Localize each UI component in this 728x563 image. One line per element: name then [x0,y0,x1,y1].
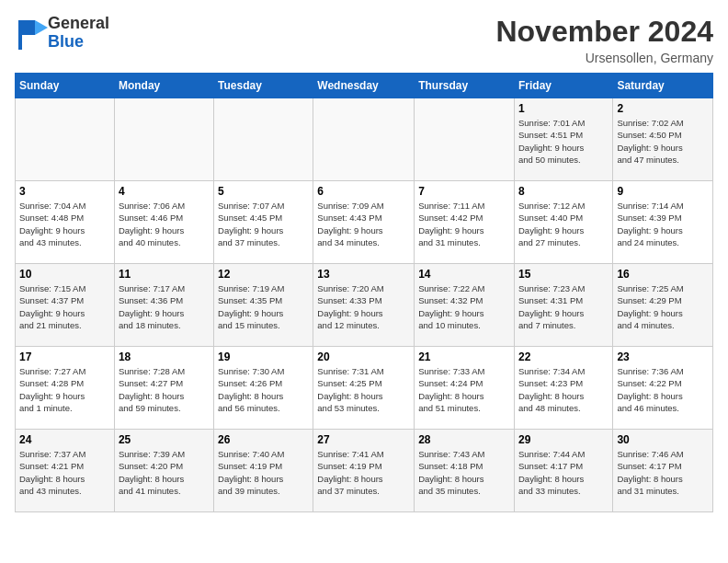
day-info: Sunrise: 7:12 AM Sunset: 4:40 PM Dayligh… [518,200,609,248]
calendar-cell: 9Sunrise: 7:14 AM Sunset: 4:39 PM Daylig… [613,181,713,264]
day-number: 23 [617,350,709,363]
day-info: Sunrise: 7:34 AM Sunset: 4:23 PM Dayligh… [518,365,609,414]
day-number: 16 [617,268,709,281]
day-number: 22 [518,350,609,363]
day-info: Sunrise: 7:44 AM Sunset: 4:17 PM Dayligh… [518,448,609,497]
day-info: Sunrise: 7:01 AM Sunset: 4:51 PM Dayligh… [518,117,609,166]
day-info: Sunrise: 7:23 AM Sunset: 4:31 PM Dayligh… [518,282,609,331]
day-number: 1 [518,102,609,115]
day-number: 7 [418,185,510,198]
calendar-cell: 5Sunrise: 7:07 AM Sunset: 4:45 PM Daylig… [214,181,313,264]
calendar-cell: 18Sunrise: 7:28 AM Sunset: 4:27 PM Dayli… [114,347,213,430]
day-number: 21 [418,350,510,363]
column-header-sunday: Sunday [16,74,115,98]
calendar-cell [16,98,115,181]
location: Ursensollen, Germany [495,51,713,65]
calendar-cell: 10Sunrise: 7:15 AM Sunset: 4:37 PM Dayli… [16,264,115,347]
day-number: 2 [617,102,709,115]
day-number: 26 [218,433,309,446]
calendar-cell: 30Sunrise: 7:46 AM Sunset: 4:17 PM Dayli… [613,430,713,512]
column-header-tuesday: Tuesday [214,74,313,98]
calendar-cell [313,98,415,181]
logo-blue: Blue [48,32,84,51]
calendar-cell [415,98,515,181]
day-info: Sunrise: 7:04 AM Sunset: 4:48 PM Dayligh… [19,200,110,248]
day-number: 28 [418,433,510,446]
day-number: 10 [19,268,110,281]
day-number: 8 [518,185,609,198]
day-info: Sunrise: 7:11 AM Sunset: 4:42 PM Dayligh… [418,200,510,248]
day-info: Sunrise: 7:19 AM Sunset: 4:35 PM Dayligh… [218,282,309,331]
day-number: 24 [19,433,110,446]
calendar-cell: 27Sunrise: 7:41 AM Sunset: 4:19 PM Dayli… [313,430,415,512]
logo-icon [15,17,48,50]
calendar-cell: 29Sunrise: 7:44 AM Sunset: 4:17 PM Dayli… [514,430,612,512]
day-info: Sunrise: 7:40 AM Sunset: 4:19 PM Dayligh… [218,448,309,497]
calendar-cell: 28Sunrise: 7:43 AM Sunset: 4:18 PM Dayli… [415,430,515,512]
day-info: Sunrise: 7:30 AM Sunset: 4:26 PM Dayligh… [218,365,309,414]
day-number: 6 [317,185,410,198]
calendar-week-row: 1Sunrise: 7:01 AM Sunset: 4:51 PM Daylig… [16,98,713,181]
day-info: Sunrise: 7:02 AM Sunset: 4:50 PM Dayligh… [617,117,709,166]
day-info: Sunrise: 7:09 AM Sunset: 4:43 PM Dayligh… [317,200,410,248]
day-info: Sunrise: 7:43 AM Sunset: 4:18 PM Dayligh… [418,448,510,497]
column-header-monday: Monday [114,74,213,98]
calendar-cell: 16Sunrise: 7:25 AM Sunset: 4:29 PM Dayli… [613,264,713,347]
calendar-week-row: 24Sunrise: 7:37 AM Sunset: 4:21 PM Dayli… [16,430,713,512]
calendar-cell: 17Sunrise: 7:27 AM Sunset: 4:28 PM Dayli… [16,347,115,430]
svg-marker-1 [18,20,35,35]
day-info: Sunrise: 7:46 AM Sunset: 4:17 PM Dayligh… [617,448,709,497]
page-header: General Blue November 2024 Ursensollen, … [15,15,713,65]
calendar-week-row: 17Sunrise: 7:27 AM Sunset: 4:28 PM Dayli… [16,347,713,430]
calendar-cell: 26Sunrise: 7:40 AM Sunset: 4:19 PM Dayli… [214,430,313,512]
calendar-cell: 13Sunrise: 7:20 AM Sunset: 4:33 PM Dayli… [313,264,415,347]
day-info: Sunrise: 7:15 AM Sunset: 4:37 PM Dayligh… [19,282,110,331]
calendar-week-row: 10Sunrise: 7:15 AM Sunset: 4:37 PM Dayli… [16,264,713,347]
day-info: Sunrise: 7:06 AM Sunset: 4:46 PM Dayligh… [119,200,210,248]
calendar-cell: 22Sunrise: 7:34 AM Sunset: 4:23 PM Dayli… [514,347,612,430]
day-number: 9 [617,185,709,198]
calendar-cell: 12Sunrise: 7:19 AM Sunset: 4:35 PM Dayli… [214,264,313,347]
day-number: 20 [317,350,410,363]
day-number: 4 [119,185,210,198]
column-header-friday: Friday [514,74,612,98]
calendar-cell [214,98,313,181]
day-info: Sunrise: 7:14 AM Sunset: 4:39 PM Dayligh… [617,200,709,248]
day-info: Sunrise: 7:33 AM Sunset: 4:24 PM Dayligh… [418,365,510,414]
column-header-saturday: Saturday [613,74,713,98]
calendar-cell: 20Sunrise: 7:31 AM Sunset: 4:25 PM Dayli… [313,347,415,430]
calendar-cell: 1Sunrise: 7:01 AM Sunset: 4:51 PM Daylig… [514,98,612,181]
title-block: November 2024 Ursensollen, Germany [495,15,713,65]
day-number: 3 [19,185,110,198]
day-info: Sunrise: 7:39 AM Sunset: 4:20 PM Dayligh… [119,448,210,497]
day-info: Sunrise: 7:37 AM Sunset: 4:21 PM Dayligh… [19,448,110,497]
calendar-cell: 25Sunrise: 7:39 AM Sunset: 4:20 PM Dayli… [114,430,213,512]
month-title: November 2024 [495,15,713,49]
calendar-cell: 3Sunrise: 7:04 AM Sunset: 4:48 PM Daylig… [16,181,115,264]
calendar-cell: 21Sunrise: 7:33 AM Sunset: 4:24 PM Dayli… [415,347,515,430]
calendar-week-row: 3Sunrise: 7:04 AM Sunset: 4:48 PM Daylig… [16,181,713,264]
calendar-cell: 2Sunrise: 7:02 AM Sunset: 4:50 PM Daylig… [613,98,713,181]
calendar-cell: 15Sunrise: 7:23 AM Sunset: 4:31 PM Dayli… [514,264,612,347]
calendar-cell [114,98,213,181]
day-info: Sunrise: 7:25 AM Sunset: 4:29 PM Dayligh… [617,282,709,331]
day-number: 14 [418,268,510,281]
calendar-cell: 23Sunrise: 7:36 AM Sunset: 4:22 PM Dayli… [613,347,713,430]
day-number: 13 [317,268,410,281]
day-number: 30 [617,433,709,446]
calendar-cell: 4Sunrise: 7:06 AM Sunset: 4:46 PM Daylig… [114,181,213,264]
day-info: Sunrise: 7:28 AM Sunset: 4:27 PM Dayligh… [119,365,210,414]
column-header-wednesday: Wednesday [313,74,415,98]
day-number: 19 [218,350,309,363]
logo-general: General [48,14,109,32]
day-number: 17 [19,350,110,363]
day-info: Sunrise: 7:31 AM Sunset: 4:25 PM Dayligh… [317,365,410,414]
calendar-cell: 14Sunrise: 7:22 AM Sunset: 4:32 PM Dayli… [415,264,515,347]
calendar-header-row: SundayMondayTuesdayWednesdayThursdayFrid… [16,74,713,98]
day-info: Sunrise: 7:07 AM Sunset: 4:45 PM Dayligh… [218,200,309,248]
day-number: 15 [518,268,609,281]
day-number: 18 [119,350,210,363]
day-info: Sunrise: 7:36 AM Sunset: 4:22 PM Dayligh… [617,365,709,414]
day-info: Sunrise: 7:27 AM Sunset: 4:28 PM Dayligh… [19,365,110,414]
calendar-cell: 7Sunrise: 7:11 AM Sunset: 4:42 PM Daylig… [415,181,515,264]
